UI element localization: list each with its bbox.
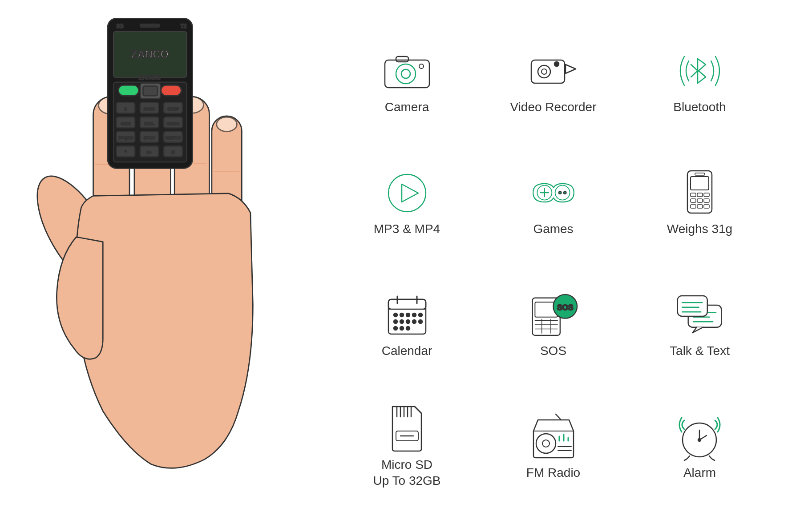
svg-rect-79: [697, 205, 703, 208]
svg-marker-63: [402, 184, 418, 202]
svg-text:3DEF: 3DEF: [167, 106, 178, 111]
bluetooth-icon: [675, 51, 724, 91]
svg-point-68: [558, 192, 561, 194]
svg-rect-83: [388, 299, 426, 309]
play-icon: [383, 173, 432, 213]
games-icon: [529, 173, 578, 213]
video-recorder-icon: [529, 51, 578, 91]
svg-text:ZANCO: ZANCO: [131, 48, 169, 60]
svg-line-117: [415, 407, 421, 413]
svg-point-96: [419, 320, 422, 323]
bluetooth-label: Bluetooth: [673, 99, 726, 115]
feature-radio: FM Radio: [485, 417, 622, 481]
svg-point-90: [412, 313, 416, 317]
svg-point-12: [217, 117, 237, 132]
games-label: Games: [533, 221, 573, 237]
svg-rect-80: [704, 205, 709, 208]
alarm-icon: [675, 417, 724, 457]
calendar-icon: [383, 295, 432, 335]
feature-bluetooth: Bluetooth: [631, 51, 768, 115]
svg-rect-77: [704, 199, 709, 202]
svg-text:3G: 3G: [117, 23, 124, 29]
svg-point-89: [406, 313, 410, 317]
svg-rect-21: [118, 85, 139, 96]
feature-sos: SOS SOS: [485, 295, 622, 359]
svg-point-54: [419, 64, 424, 69]
calendar-label: Calendar: [382, 343, 432, 359]
svg-text:0+: 0+: [147, 150, 152, 155]
svg-line-60: [691, 64, 698, 71]
svg-point-127: [542, 440, 549, 447]
svg-text:6MNO: 6MNO: [167, 121, 180, 126]
svg-rect-73: [697, 193, 703, 197]
sd-icon: [383, 409, 432, 449]
feature-games: Games: [485, 173, 622, 237]
svg-point-98: [400, 326, 404, 330]
talk-text-label: Talk & Text: [670, 343, 730, 359]
svg-rect-22: [161, 85, 182, 96]
svg-point-91: [419, 313, 422, 317]
svg-point-126: [536, 434, 556, 453]
svg-rect-113: [677, 296, 707, 316]
svg-point-59: [554, 62, 559, 66]
feature-camera: Camera: [338, 51, 476, 115]
svg-text:1: 1: [125, 106, 127, 111]
hand-phone-illustration: ZANCO 3G T2 1 2ABC 3DEF 4GHI: [0, 0, 303, 532]
svg-point-65: [555, 185, 570, 200]
phone-image-section: ZANCO 3G T2 1 2ABC 3DEF 4GHI: [0, 0, 303, 532]
svg-point-137: [698, 439, 701, 441]
svg-rect-53: [396, 56, 408, 62]
weight-label: Weighs 31g: [667, 221, 732, 237]
svg-text:ZANCO: ZANCO: [139, 74, 161, 81]
svg-point-95: [412, 320, 416, 323]
svg-rect-55: [531, 60, 565, 83]
sd-label: Micro SD Up To 32GB: [373, 457, 440, 489]
svg-marker-58: [566, 64, 576, 73]
svg-point-88: [400, 313, 404, 317]
phone-weight-icon: [675, 173, 724, 213]
feature-video: Video Recorder: [485, 51, 622, 115]
svg-rect-74: [704, 193, 709, 197]
svg-point-93: [400, 320, 404, 323]
radio-icon: [529, 417, 578, 457]
svg-text:2ABC: 2ABC: [144, 106, 155, 111]
svg-rect-75: [691, 199, 696, 202]
svg-point-51: [396, 64, 416, 84]
feature-sd: Micro SD Up To 32GB: [338, 409, 476, 489]
feature-alarm: Alarm: [631, 417, 768, 481]
mp3-label: MP3 & MP4: [374, 221, 440, 237]
svg-rect-24: [143, 86, 158, 96]
svg-point-62: [388, 174, 426, 212]
feature-talk-text: Talk & Text: [631, 295, 768, 359]
svg-point-57: [541, 69, 547, 74]
svg-point-99: [406, 326, 410, 330]
svg-point-56: [538, 65, 550, 78]
svg-rect-76: [697, 199, 703, 202]
svg-rect-81: [695, 173, 705, 175]
svg-point-87: [394, 313, 397, 317]
svg-point-94: [406, 320, 410, 323]
feature-weight: Weighs 31g: [631, 173, 768, 237]
radio-label: FM Radio: [526, 465, 580, 481]
svg-point-52: [401, 69, 410, 78]
svg-text:#: #: [172, 149, 174, 155]
camera-icon: [383, 51, 432, 91]
feature-calendar: Calendar: [338, 295, 476, 359]
svg-text:9WXYZ: 9WXYZ: [166, 135, 181, 140]
svg-rect-72: [691, 193, 696, 197]
camera-label: Camera: [385, 99, 429, 115]
svg-point-69: [563, 192, 566, 194]
video-label: Video Recorder: [510, 99, 596, 115]
svg-text:T2: T2: [180, 23, 186, 29]
svg-line-61: [691, 71, 698, 77]
svg-point-97: [394, 326, 397, 330]
alarm-label: Alarm: [683, 465, 716, 481]
svg-rect-71: [691, 177, 709, 190]
sos-label: SOS: [540, 343, 566, 359]
svg-text:5JKL: 5JKL: [145, 121, 155, 126]
svg-text:SOS: SOS: [557, 302, 573, 311]
svg-rect-78: [691, 205, 696, 208]
svg-line-133: [556, 414, 561, 420]
svg-point-92: [394, 320, 397, 323]
chat-icon: [675, 295, 724, 335]
